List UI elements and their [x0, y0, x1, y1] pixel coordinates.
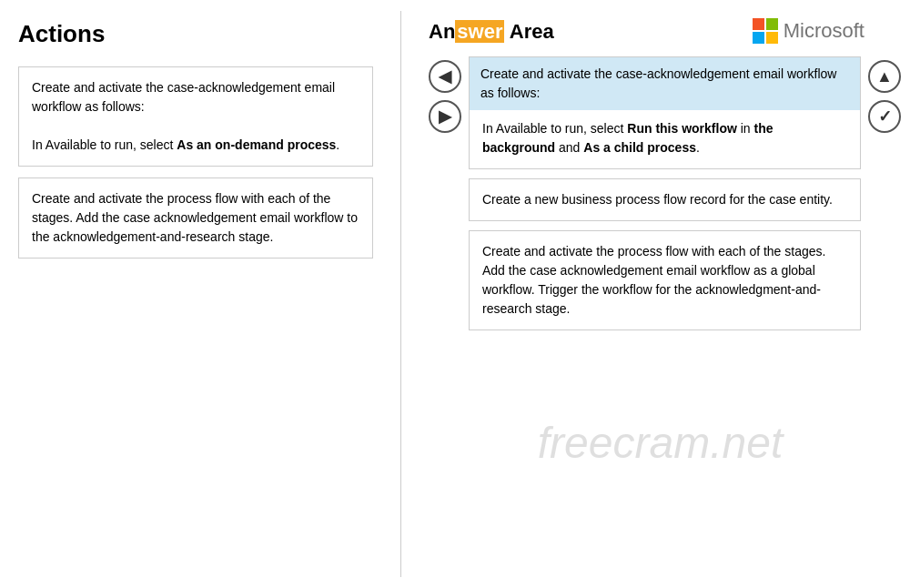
ms-logo-green: [766, 18, 778, 30]
ms-logo-red: [753, 18, 764, 30]
watermark: freecram.net: [538, 418, 783, 468]
action-card-1: Create and activate the case-acknowledge…: [18, 66, 373, 167]
answer-card-3: Create and activate the process flow wit…: [469, 230, 861, 330]
panel-divider: [400, 11, 401, 577]
answer-card-2-body: Create a new business process flow recor…: [482, 192, 833, 207]
answer-card-2: Create a new business process flow recor…: [469, 178, 861, 221]
right-arrows: ▲ ✓: [868, 60, 901, 133]
answer-card-1-body: In Available to run, select Run this wor…: [482, 121, 774, 155]
microsoft-text: Microsoft: [784, 19, 864, 43]
answer-cards-list: Create and activate the case-acknowledge…: [469, 56, 861, 340]
ms-logo-blue: [753, 32, 764, 44]
answer-items-container: ◀ ▶ Create and activate the case-acknowl…: [429, 56, 901, 340]
action-card-1-text: Create and activate the case-acknowledge…: [32, 80, 339, 152]
ms-logo-yellow: [766, 32, 778, 44]
answer-card-1-header: Create and activate the case-acknowledge…: [470, 57, 860, 110]
left-arrows: ◀ ▶: [429, 60, 461, 133]
arrow-up-button[interactable]: ▲: [868, 60, 901, 93]
action-card-2: Create and activate the process flow wit…: [18, 177, 373, 259]
arrow-check-button[interactable]: ✓: [868, 100, 901, 133]
microsoft-logo: [753, 18, 778, 44]
actions-title: Actions: [18, 20, 373, 48]
microsoft-branding: Microsoft: [753, 18, 864, 44]
answer-card-1: Create and activate the case-acknowledge…: [469, 56, 861, 169]
title-swer-highlight: swer: [455, 20, 504, 43]
arrow-right-button[interactable]: ▶: [429, 100, 461, 133]
arrow-left-button[interactable]: ◀: [429, 60, 461, 93]
actions-panel: Actions Create and activate the case-ack…: [0, 11, 391, 577]
answer-card-3-body: Create and activate the process flow wit…: [482, 244, 825, 316]
action-card-2-text: Create and activate the process flow wit…: [32, 191, 358, 244]
answer-panel: Microsoft Answer Area ◀ ▶ Create and act…: [410, 11, 910, 577]
title-an: An: [429, 20, 455, 43]
